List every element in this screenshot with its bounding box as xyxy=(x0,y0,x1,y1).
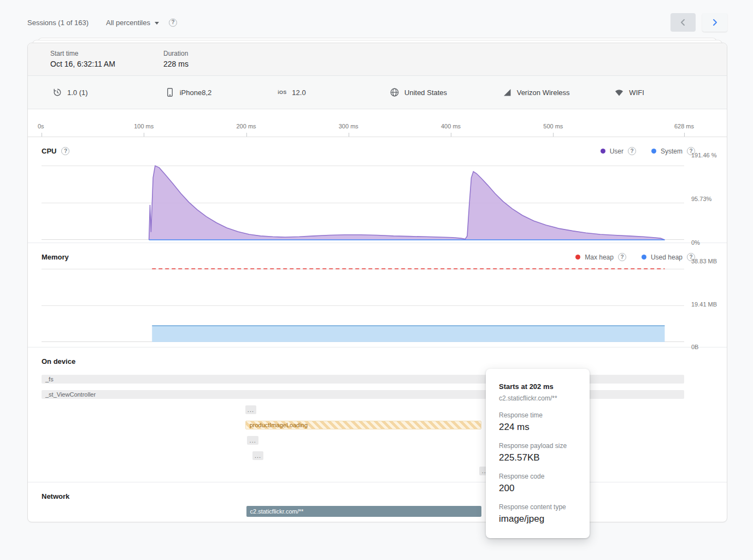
carrier-item: Verizon Wireless xyxy=(502,87,615,97)
tooltip-title: Starts at 202 ms xyxy=(499,382,576,391)
duration-label: Duration xyxy=(163,50,277,57)
percentiles-dropdown[interactable]: All percentiles xyxy=(106,19,159,27)
tooltip-field-label: Response content type xyxy=(499,503,576,511)
ruler-tick-label: 500 ms xyxy=(543,123,563,129)
help-icon[interactable]: ? xyxy=(169,19,177,27)
cpu-section-title: CPU ? xyxy=(42,147,69,155)
legend-item-system: System? xyxy=(651,147,695,155)
ruler-tick-label: 100 ms xyxy=(134,123,154,129)
tooltip-field-value: image/jpeg xyxy=(499,514,576,524)
y-axis-label: 191.46 % xyxy=(691,151,720,159)
os-version-item: iOS 12.0 xyxy=(277,87,390,97)
tooltip-field-label: Response payload size xyxy=(499,442,576,450)
network-section-title: Network xyxy=(42,492,69,500)
tooltip-field-label: Response code xyxy=(499,473,576,480)
ruler-tick-mark xyxy=(684,133,685,137)
legend-label: Used heap xyxy=(651,254,683,261)
session-summary-band: Start time Oct 16, 6:32:11 AM Duration 2… xyxy=(28,43,727,76)
y-axis-label: 38.83 MB xyxy=(691,257,720,265)
cpu-y-axis: 191.46 %95.73%0% xyxy=(684,155,727,243)
trace-bar[interactable]: productImageLoading xyxy=(245,421,482,429)
ruler-tick-mark xyxy=(246,133,247,137)
network-request-bar[interactable]: c2.staticflickr.com/** xyxy=(246,506,482,517)
cpu-chart[interactable] xyxy=(42,166,684,240)
y-axis-label: 0B xyxy=(691,343,720,351)
start-time-label: Start time xyxy=(50,50,163,57)
memory-section: Memory Max heap?Used heap? 38.83 MB19.41… xyxy=(28,243,727,347)
ruler-tick-label: 300 ms xyxy=(339,123,358,129)
duration-block: Duration 228 ms xyxy=(163,50,277,68)
on-device-section-title: On device xyxy=(42,357,75,366)
ruler-tick-mark xyxy=(451,133,451,137)
cell-signal-icon xyxy=(502,87,512,97)
cpu-help-icon[interactable]: ? xyxy=(61,147,69,155)
legend-label: System xyxy=(661,148,683,155)
cpu-section: CPU ? User?System? 191.46 %95.73%0% xyxy=(28,137,727,243)
ruler-tick-label: 400 ms xyxy=(441,123,461,129)
network-type-label: WIFI xyxy=(629,89,644,97)
collapsed-trace-bar[interactable]: ... xyxy=(247,436,258,445)
legend-label: Max heap xyxy=(585,254,614,261)
memory-chart[interactable] xyxy=(42,269,684,342)
ruler-tick-label: 628 ms xyxy=(674,123,694,129)
memory-section-title: Memory xyxy=(42,253,69,261)
legend-dot xyxy=(601,149,605,154)
help-icon[interactable]: ? xyxy=(628,147,636,155)
memory-line-chart xyxy=(42,269,684,342)
memory-legend: Max heap?Used heap? xyxy=(575,253,695,261)
percentiles-label: All percentiles xyxy=(106,19,150,27)
cpu-legend: User?System? xyxy=(601,147,695,155)
session-nav xyxy=(670,13,727,32)
start-time-block: Start time Oct 16, 6:32:11 AM xyxy=(50,50,163,68)
legend-item-max-heap: Max heap? xyxy=(575,253,626,261)
network-section: Network c2.staticflickr.com/** xyxy=(28,482,727,517)
tooltip-field-value: 200 xyxy=(499,483,576,494)
session-card-stack: Start time Oct 16, 6:32:11 AM Duration 2… xyxy=(27,43,727,522)
tooltip-field-label: Response time xyxy=(499,411,576,419)
chevron-right-icon xyxy=(710,17,720,27)
ruler-tick-mark xyxy=(42,133,42,137)
collapsed-trace-bar[interactable]: ... xyxy=(245,405,257,414)
globe-icon xyxy=(390,87,399,97)
legend-label: User xyxy=(610,148,623,155)
ruler-tick-mark xyxy=(349,133,349,137)
next-session-button[interactable] xyxy=(702,13,727,32)
ruler-tick-label: 200 ms xyxy=(236,123,256,129)
ios-icon: iOS xyxy=(277,87,287,97)
app-version-history-icon xyxy=(52,87,62,97)
on-device-section: On device _fs_st_ViewController...produc… xyxy=(28,347,727,482)
app-version-label: 1.0 (1) xyxy=(67,89,88,97)
legend-item-used-heap: Used heap? xyxy=(642,253,695,261)
timeline-ruler[interactable]: 0s100 ms200 ms300 ms400 ms500 ms628 ms xyxy=(28,109,727,137)
legend-item-user: User? xyxy=(601,147,636,155)
network-request-tooltip: Starts at 202 ms c2.staticflickr.com/** … xyxy=(486,369,590,538)
ruler-tick-label: 0s xyxy=(38,123,44,129)
device-model-item: iPhone8,2 xyxy=(165,87,278,97)
legend-dot xyxy=(642,255,646,260)
phone-icon xyxy=(165,87,175,97)
memory-y-axis: 38.83 MB19.41 MB0B xyxy=(684,261,727,347)
duration-value: 228 ms xyxy=(163,60,277,68)
ruler-tick-mark xyxy=(553,133,554,137)
network-type-item: WIFI xyxy=(614,87,727,97)
help-icon[interactable]: ? xyxy=(618,253,626,261)
legend-dot xyxy=(651,149,656,154)
legend-dot xyxy=(575,255,580,260)
session-detail-card: Start time Oct 16, 6:32:11 AM Duration 2… xyxy=(27,43,727,522)
y-axis-label: 19.41 MB xyxy=(691,300,720,308)
country-item: United States xyxy=(390,87,502,97)
prev-session-button[interactable] xyxy=(670,13,696,32)
os-version-label: 12.0 xyxy=(292,89,305,97)
carrier-label: Verizon Wireless xyxy=(517,89,570,97)
tooltip-field-value: 224 ms xyxy=(499,422,576,433)
y-axis-label: 95.73% xyxy=(691,195,720,203)
sessions-count-label: Sessions (1 of 163) xyxy=(27,19,89,27)
ruler-tick-mark xyxy=(144,133,144,137)
device-model-label: iPhone8,2 xyxy=(180,89,212,97)
cpu-area-chart xyxy=(42,166,684,240)
device-info-band: 1.0 (1) iPhone8,2 iOS 12.0 United States xyxy=(28,76,727,109)
y-axis-label: 0% xyxy=(691,239,720,246)
collapsed-trace-bar[interactable]: ... xyxy=(252,451,264,460)
topbar: Sessions (1 of 163) All percentiles ? xyxy=(0,0,753,42)
chevron-left-icon xyxy=(678,17,688,27)
